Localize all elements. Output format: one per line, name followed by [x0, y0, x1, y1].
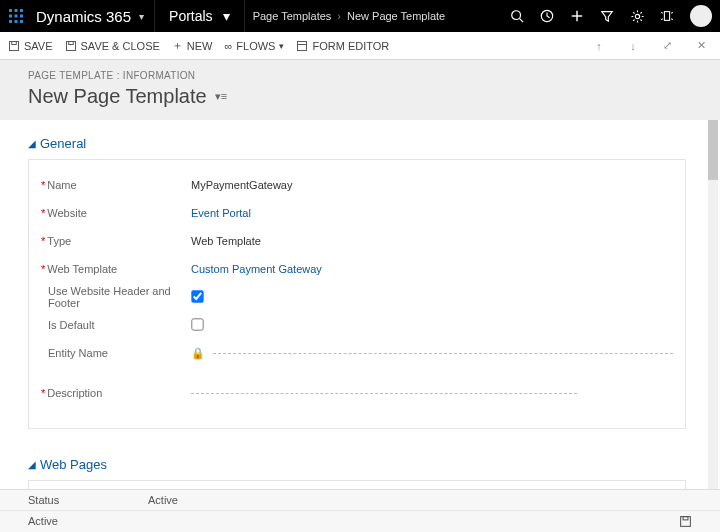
website-lookup[interactable]: Event Portal: [191, 207, 673, 219]
breadcrumb-item[interactable]: Page Templates: [253, 10, 332, 22]
svg-rect-2: [20, 9, 23, 12]
close-icon[interactable]: ✕: [690, 39, 712, 52]
chevron-down-icon: ▾: [223, 8, 230, 24]
web-template-lookup[interactable]: Custom Payment Gateway: [191, 263, 673, 275]
svg-rect-16: [664, 12, 669, 21]
form-editor-button[interactable]: FORM EDITOR: [296, 40, 389, 52]
label-website: Website: [47, 207, 87, 219]
svg-rect-25: [681, 517, 691, 527]
form-scroll[interactable]: ◢ General *Name MyPaymentGateway *Websit…: [0, 120, 704, 496]
required-icon: *: [41, 208, 45, 219]
svg-rect-8: [20, 20, 23, 23]
label-web-template: Web Template: [47, 263, 117, 275]
svg-rect-1: [15, 9, 18, 12]
breadcrumb-item[interactable]: New Page Template: [347, 10, 445, 22]
recent-icon[interactable]: [532, 0, 562, 32]
label-entity-name: Entity Name: [48, 347, 108, 359]
svg-rect-0: [9, 9, 12, 12]
description-field[interactable]: [191, 393, 673, 394]
form-selector-icon[interactable]: ▾≡: [215, 90, 227, 103]
required-icon: *: [41, 180, 45, 191]
footer-active-label: Active: [28, 515, 148, 528]
type-field[interactable]: Web Template: [191, 235, 673, 247]
required-icon: *: [41, 236, 45, 247]
label-use-header-footer: Use Website Header and Footer: [48, 285, 191, 309]
required-icon: *: [41, 264, 45, 275]
vertical-scrollbar[interactable]: [708, 120, 718, 496]
name-field[interactable]: MyPaymentGateway: [191, 179, 673, 191]
chevron-down-icon: ▾: [139, 11, 144, 22]
entity-name-field: 🔒: [191, 347, 673, 360]
page-title: New Page Template: [28, 85, 207, 108]
form-editor-label: FORM EDITOR: [312, 40, 389, 52]
is-default-checkbox[interactable]: [191, 318, 203, 330]
popout-icon[interactable]: ⤢: [656, 39, 678, 52]
svg-rect-21: [298, 41, 307, 50]
svg-line-10: [520, 19, 524, 23]
brand-switcher[interactable]: Dynamics 365 ▾: [32, 8, 154, 25]
form-area: ◢ General *Name MyPaymentGateway *Websit…: [0, 120, 720, 496]
svg-rect-4: [15, 15, 18, 18]
collapse-icon: ◢: [28, 138, 36, 149]
svg-point-15: [635, 14, 639, 18]
save-label: SAVE: [24, 40, 53, 52]
section-label: General: [40, 136, 86, 151]
label-name: Name: [47, 179, 76, 191]
new-record-icon[interactable]: [562, 0, 592, 32]
app-launcher-icon[interactable]: [0, 0, 32, 32]
search-icon[interactable]: [502, 0, 532, 32]
scrollbar-thumb[interactable]: [708, 120, 718, 180]
svg-rect-19: [66, 41, 75, 50]
filter-icon[interactable]: [592, 0, 622, 32]
footer-status-value: Active: [148, 494, 692, 506]
svg-rect-18: [12, 41, 17, 44]
command-bar: SAVE SAVE & CLOSE ＋ NEW ∞ FLOWS ▾ FORM E…: [0, 32, 720, 60]
status-footer: Status Active Active: [0, 489, 720, 532]
general-panel: *Name MyPaymentGateway *Website Event Po…: [28, 159, 686, 429]
flows-label: FLOWS: [236, 40, 275, 52]
entity-crumb: PAGE TEMPLATE : INFORMATION: [28, 70, 714, 81]
brand-label: Dynamics 365: [36, 8, 131, 25]
save-icon[interactable]: [679, 515, 692, 528]
arrow-up-icon[interactable]: ↑: [588, 40, 610, 52]
arrow-down-icon[interactable]: ↓: [622, 40, 644, 52]
svg-marker-14: [602, 12, 613, 22]
collapse-icon: ◢: [28, 459, 36, 470]
new-button[interactable]: ＋ NEW: [172, 38, 213, 53]
chevron-right-icon: ›: [337, 10, 341, 22]
lock-icon: 🔒: [191, 347, 205, 360]
label-type: Type: [47, 235, 71, 247]
footer-status-label: Status: [28, 494, 148, 506]
save-close-label: SAVE & CLOSE: [81, 40, 160, 52]
svg-rect-6: [9, 20, 12, 23]
required-icon: *: [41, 388, 45, 399]
area-label: Portals: [169, 8, 213, 24]
section-general[interactable]: ◢ General: [28, 136, 686, 151]
avatar[interactable]: [690, 5, 712, 27]
settings-icon[interactable]: [622, 0, 652, 32]
label-is-default: Is Default: [48, 319, 94, 331]
use-header-footer-checkbox[interactable]: [191, 290, 203, 302]
area-switcher[interactable]: Portals ▾: [155, 8, 244, 24]
help-icon[interactable]: [652, 0, 682, 32]
chevron-down-icon: ▾: [279, 41, 284, 51]
svg-rect-5: [20, 15, 23, 18]
svg-rect-3: [9, 15, 12, 18]
section-web-pages[interactable]: ◢ Web Pages: [28, 457, 686, 472]
svg-point-9: [512, 11, 521, 20]
plus-icon: ＋: [172, 38, 183, 53]
new-label: NEW: [187, 40, 213, 52]
global-nav-bar: Dynamics 365 ▾ Portals ▾ Page Templates …: [0, 0, 720, 32]
record-header: PAGE TEMPLATE : INFORMATION New Page Tem…: [0, 60, 720, 121]
svg-rect-7: [15, 20, 18, 23]
save-button[interactable]: SAVE: [8, 40, 53, 52]
flow-icon: ∞: [224, 40, 232, 52]
flows-button[interactable]: ∞ FLOWS ▾: [224, 40, 284, 52]
breadcrumb: Page Templates › New Page Template: [245, 10, 454, 22]
label-description: Description: [47, 387, 102, 399]
svg-rect-26: [683, 517, 688, 520]
section-label: Web Pages: [40, 457, 107, 472]
svg-rect-17: [10, 41, 19, 50]
svg-rect-20: [68, 41, 73, 44]
save-close-button[interactable]: SAVE & CLOSE: [65, 40, 160, 52]
